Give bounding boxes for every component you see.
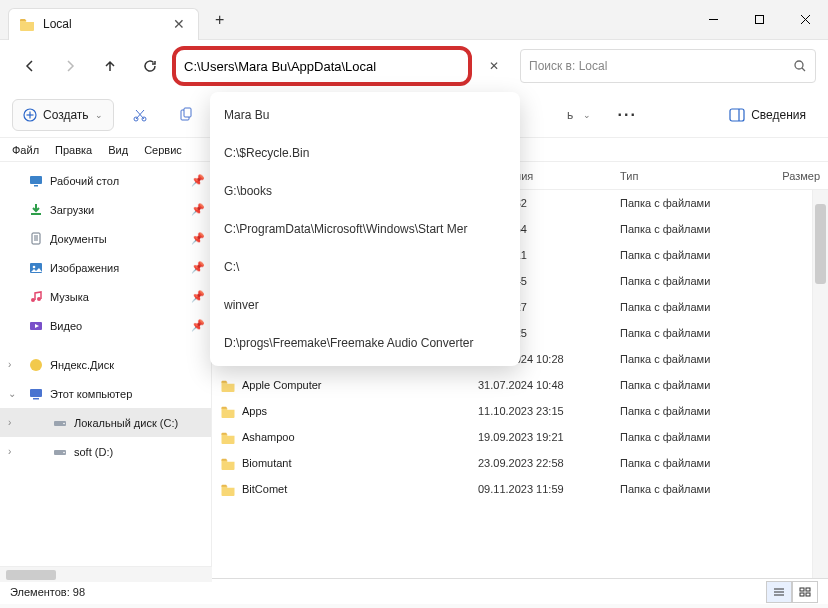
file-type: Папка с файлами [612,223,740,235]
address-suggestion[interactable]: D:\progs\Freemake\Freemake Audio Convert… [210,324,520,362]
file-type: Папка с файлами [612,353,740,365]
address-suggestion[interactable]: G:\books [210,172,520,210]
sidebar-item[interactable]: Загрузки📌 [0,195,211,224]
file-type: Папка с файлами [612,457,740,469]
chevron-icon: ⌄ [8,388,16,399]
up-button[interactable] [92,48,128,84]
svg-rect-39 [800,588,804,591]
table-row[interactable]: BitComet09.11.2023 11:59Папка с файлами [212,476,828,502]
tab-close-button[interactable]: ✕ [170,15,188,33]
address-clear-button[interactable]: ✕ [476,48,512,84]
address-suggestion[interactable]: C:\$Recycle.Bin [210,134,520,172]
table-row[interactable]: Apps11.10.2023 23:15Папка с файлами [212,398,828,424]
file-type: Папка с файлами [612,327,740,339]
create-button[interactable]: Создать ⌄ [12,99,114,131]
hscroll-thumb[interactable] [6,570,56,580]
videos-icon [28,318,44,334]
view-details-button[interactable] [766,581,792,603]
back-button[interactable] [12,48,48,84]
downloads-icon [28,202,44,218]
svg-point-25 [33,265,36,268]
address-suggestion[interactable]: C:\ [210,248,520,286]
more-button[interactable]: ··· [607,99,647,131]
file-name: Apple Computer [242,379,322,391]
sidebar-item-label: Этот компьютер [50,388,132,400]
documents-icon [28,231,44,247]
address-suggestion[interactable]: winver [210,286,520,324]
sidebar-item-label: Изображения [50,262,119,274]
address-input[interactable] [184,59,460,74]
maximize-button[interactable] [736,4,782,36]
sidebar-item[interactable]: Музыка📌 [0,282,211,311]
table-row[interactable]: Apple Computer31.07.2024 10:48Папка с фа… [212,372,828,398]
sidebar: Рабочий стол📌Загрузки📌Документы📌Изображе… [0,162,212,578]
pin-icon: 📌 [191,319,205,332]
sidebar-item[interactable]: Видео📌 [0,311,211,340]
address-suggestion[interactable]: Mara Bu [210,96,520,134]
file-type: Папка с файлами [612,197,740,209]
pin-icon: 📌 [191,232,205,245]
sidebar-item-label: Музыка [50,291,89,303]
tab-current[interactable]: Local ✕ [8,8,199,40]
file-date: 19.09.2023 19:21 [470,431,612,443]
svg-point-4 [795,61,803,69]
svg-rect-14 [184,108,191,117]
pc-icon [28,386,44,402]
col-type[interactable]: Тип [612,170,740,182]
table-row[interactable]: Biomutant23.09.2023 22:58Папка с файлами [212,450,828,476]
table-row[interactable]: Ashampoo19.09.2023 19:21Папка с файлами [212,424,828,450]
address-bar[interactable] [172,46,472,86]
minimize-button[interactable] [690,4,736,36]
menu-edit[interactable]: Правка [55,144,92,156]
search-box[interactable]: Поиск в: Local [520,49,816,83]
item-count-label: Элементов: [10,586,70,598]
details-pane-button[interactable]: Сведения [719,99,816,131]
svg-rect-30 [30,389,42,397]
vertical-scrollbar[interactable] [812,190,828,578]
svg-rect-40 [806,588,810,591]
scrollbar-thumb[interactable] [815,204,826,284]
file-name: BitComet [242,483,287,495]
address-suggestions: Mara BuC:\$Recycle.BinG:\booksC:\Program… [210,92,520,366]
sidebar-item-label: Загрузки [50,204,94,216]
svg-rect-15 [730,109,744,121]
close-button[interactable] [782,4,828,36]
titlebar: Local ✕ + [0,0,828,40]
view-icons-button[interactable] [792,581,818,603]
sidebar-item[interactable]: ›Локальный диск (C:) [0,408,211,437]
menu-file[interactable]: Файл [12,144,39,156]
cut-button[interactable] [120,99,160,131]
file-date: 23.09.2023 22:58 [470,457,612,469]
address-suggestion[interactable]: C:\ProgramData\Microsoft\Windows\Start M… [210,210,520,248]
sidebar-item[interactable]: Рабочий стол📌 [0,166,211,195]
forward-button[interactable] [52,48,88,84]
view-switcher [766,581,818,603]
sidebar-item-label: Яндекс.Диск [50,359,114,371]
sidebar-item-label: soft (D:) [74,446,113,458]
svg-point-29 [30,359,42,371]
svg-rect-41 [800,593,804,596]
new-tab-button[interactable]: + [205,5,235,35]
sidebar-hscroll[interactable] [0,566,212,582]
menu-view[interactable]: Вид [108,144,128,156]
refresh-button[interactable] [132,48,168,84]
file-name: Ashampoo [242,431,295,443]
sidebar-item[interactable]: ›Яндекс.Диск [0,350,211,379]
sidebar-item[interactable]: Документы📌 [0,224,211,253]
sidebar-item-label: Локальный диск (C:) [74,417,178,429]
chevron-icon: › [8,446,11,457]
svg-line-5 [802,68,805,71]
sidebar-item[interactable]: Изображения📌 [0,253,211,282]
menu-tools[interactable]: Сервис [144,144,182,156]
sidebar-item[interactable]: ⌄Этот компьютер [0,379,211,408]
search-icon [793,59,807,73]
svg-rect-17 [30,176,42,184]
details-label: Сведения [751,108,806,122]
file-date: 31.07.2024 10:48 [470,379,612,391]
svg-point-35 [63,451,65,453]
copy-button[interactable] [166,99,206,131]
col-size[interactable]: Размер [740,170,828,182]
file-name: Biomutant [242,457,292,469]
sidebar-item-label: Рабочий стол [50,175,119,187]
sidebar-item[interactable]: ›soft (D:) [0,437,211,466]
